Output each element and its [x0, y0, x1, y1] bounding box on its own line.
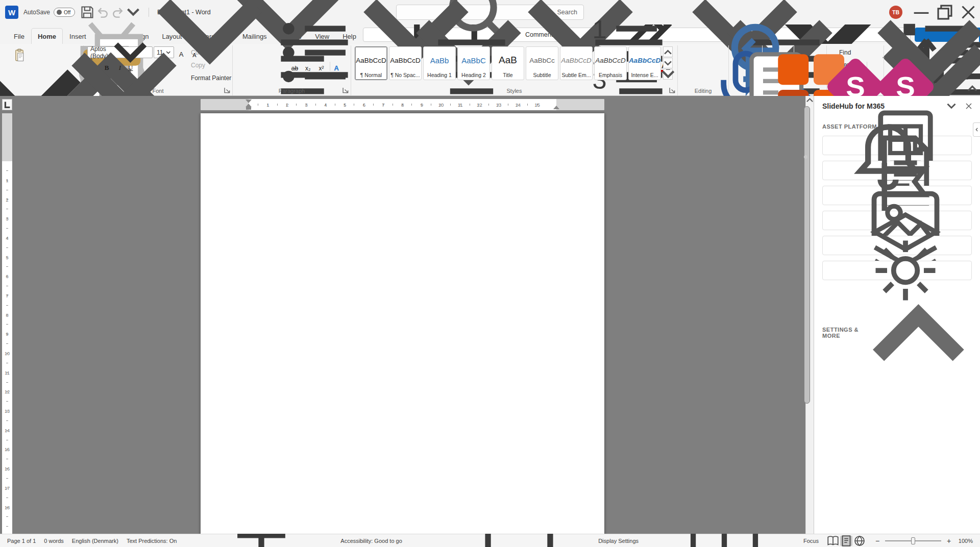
- ruler-number: 12: [2, 383, 12, 402]
- ruler-number: 16: [2, 459, 12, 479]
- horizontal-ruler[interactable]: 123456789101112131415: [201, 99, 604, 110]
- status-bar: Page 1 of 1 0 words English (Denmark) Te…: [0, 534, 980, 547]
- manage-assets-button[interactable]: Manage assets: [822, 261, 972, 280]
- ruler-number: 6: [354, 99, 374, 110]
- zoom-slider-thumb[interactable]: [911, 537, 915, 544]
- style-name: Title: [503, 72, 512, 78]
- bold-glyph: B: [105, 64, 109, 72]
- web-layout-view-button[interactable]: [853, 536, 866, 546]
- ruler-number: 5: [2, 248, 12, 267]
- style-title[interactable]: AaB Title: [492, 46, 524, 80]
- hanging-indent-marker[interactable]: [246, 104, 252, 107]
- ruler-number: 4: [316, 99, 335, 110]
- ruler-number: 7: [374, 99, 393, 110]
- style-preview: AaBbCcD: [595, 48, 625, 72]
- horizontal-ruler-numbers: 123456789101112131415: [258, 99, 547, 110]
- pane-collapse-handle[interactable]: [973, 122, 980, 137]
- ruler-number: 4: [2, 229, 12, 248]
- ruler-number: 10: [431, 99, 451, 110]
- zoom-level[interactable]: 100%: [957, 538, 973, 544]
- tab-stop-selector[interactable]: [2, 99, 12, 110]
- tab-file[interactable]: File: [7, 28, 31, 44]
- accessibility-indicator[interactable]: Accessibility: Good to go: [181, 534, 406, 547]
- first-line-indent-marker[interactable]: [246, 100, 252, 103]
- focus-button[interactable]: Focus: [644, 534, 823, 547]
- style-name: Heading 1: [427, 72, 452, 78]
- ruler-number: 14: [508, 99, 528, 110]
- vertical-ruler[interactable]: 123456789101112131415161718: [2, 113, 12, 534]
- italic-button[interactable]: I: [114, 60, 126, 72]
- display-settings-button[interactable]: Display Settings: [438, 534, 643, 547]
- chevron-left-icon: [975, 128, 978, 132]
- style-name: ¶ No Spac...: [390, 72, 420, 78]
- zoom-slider[interactable]: [885, 540, 941, 541]
- group-slidehub: SlideHub SlideHub: [884, 45, 927, 95]
- document-page[interactable]: [201, 113, 604, 534]
- style-preview: AaBbCc: [529, 48, 555, 72]
- underline-glyph: U: [128, 64, 133, 72]
- settings-section-label: SETTINGS & MORE: [822, 327, 861, 339]
- style-subtle-emphasis[interactable]: AaBbCcD Subtle Em...: [560, 46, 593, 80]
- style-preview: AaBbCcD: [561, 48, 591, 72]
- document-canvas: 123456789101112131415 123456789101112131…: [0, 96, 814, 534]
- work-area: 123456789101112131415 123456789101112131…: [0, 96, 980, 534]
- ribbon: Paste Cut Copy Format Painter: [0, 44, 980, 96]
- paragraph-group-label: Paragraph: [236, 86, 347, 95]
- word-count-indicator[interactable]: 0 words: [40, 534, 68, 547]
- ruler-number: 18: [2, 498, 12, 517]
- ruler-number: 15: [2, 440, 12, 460]
- ruler-number: 3: [297, 99, 316, 110]
- style-name: Heading 2: [461, 72, 486, 78]
- ruler-number: 2: [2, 190, 12, 210]
- ruler-number: 12: [470, 99, 489, 110]
- ruler-number: 1: [258, 99, 278, 110]
- zoom-in-button[interactable]: +: [945, 537, 952, 545]
- style-name: Subtle Em...: [561, 72, 591, 78]
- style-heading-1[interactable]: AaBb Heading 1: [423, 46, 456, 80]
- zoom-out-button[interactable]: −: [874, 537, 881, 545]
- bold-button[interactable]: [87, 60, 100, 72]
- styles-group-label: Styles: [355, 86, 674, 95]
- font-dialog-launcher[interactable]: [224, 87, 231, 94]
- style-preview: AaBbCcD: [629, 48, 660, 72]
- style-preview: AaBb: [430, 48, 449, 72]
- paragraph-dialog-launcher[interactable]: [342, 87, 349, 94]
- ruler-number: 10: [2, 344, 12, 363]
- ruler-number: 11: [451, 99, 470, 110]
- word-app-icon[interactable]: W: [5, 6, 18, 19]
- ruler-number: 9: [412, 99, 432, 110]
- bold-format-button[interactable]: B: [101, 60, 113, 72]
- right-indent-marker[interactable]: [553, 106, 559, 109]
- group-styles: AaBbCcD ¶ Normal AaBbCcD ¶ No Spac... Aa…: [351, 45, 678, 95]
- ruler-number: 13: [2, 402, 12, 421]
- ruler-number: 7: [2, 286, 12, 306]
- notifications-button[interactable]: [812, 118, 965, 195]
- style-heading-2[interactable]: AaBbC Heading 2: [457, 46, 490, 80]
- read-mode-view-button[interactable]: [827, 536, 839, 546]
- task-pane-body: ASSET PLATFORM Insert SlideHub documents…: [814, 116, 980, 534]
- ruler-number: 3: [2, 209, 12, 229]
- language-indicator[interactable]: English (Denmark): [68, 534, 122, 547]
- left-indent-marker[interactable]: [246, 107, 251, 110]
- page-number-indicator[interactable]: Page 1 of 1: [3, 534, 40, 547]
- ruler-number: 13: [489, 99, 508, 110]
- paste-clipboard-icon: [14, 48, 25, 62]
- style-name: Subtitle: [533, 72, 551, 78]
- slidehub-task-pane: SlideHub for M365 ASSET PLATFORM Insert …: [814, 96, 980, 534]
- style-normal[interactable]: AaBbCcD ¶ Normal: [355, 46, 387, 80]
- bell-icon: [812, 118, 965, 195]
- style-subtitle[interactable]: AaBbCc Subtitle: [526, 46, 558, 80]
- vertical-ruler-numbers: 123456789101112131415161718: [2, 171, 12, 517]
- print-layout-view-button[interactable]: [840, 536, 852, 546]
- style-preview: AaBbC: [461, 48, 486, 72]
- ruler-number: 17: [2, 479, 12, 498]
- style-no-spacing[interactable]: AaBbCcD ¶ No Spac...: [389, 46, 422, 80]
- ruler-number: 9: [2, 325, 12, 344]
- italic-glyph: I: [119, 64, 121, 72]
- scroll-up-arrow[interactable]: [806, 96, 814, 104]
- status-dot-icon: [804, 155, 807, 159]
- ruler-number: 6: [2, 267, 12, 286]
- text-predictions-indicator[interactable]: Text Predictions: On: [122, 534, 181, 547]
- ruler-number: 8: [393, 99, 412, 110]
- ruler-number: 11: [2, 363, 12, 383]
